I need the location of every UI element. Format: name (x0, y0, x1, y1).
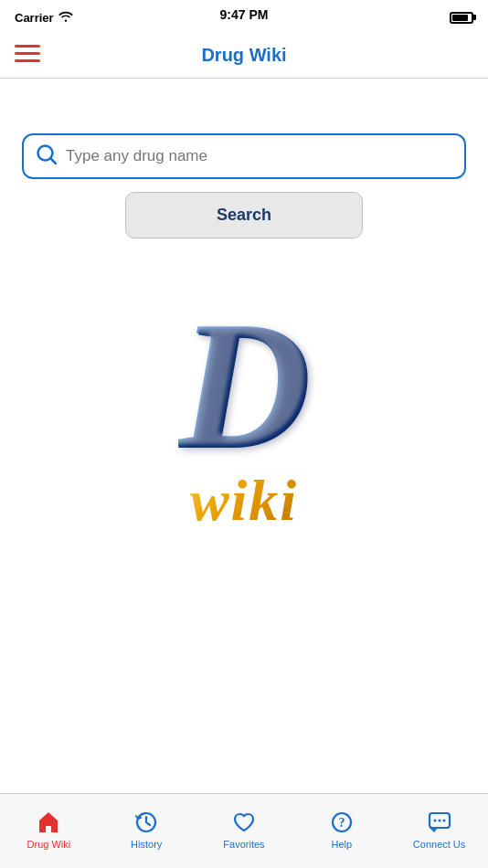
search-input-wrapper[interactable] (22, 133, 466, 179)
time-label: 9:47 PM (220, 7, 269, 22)
svg-point-11 (442, 819, 445, 821)
tab-drug-wiki-label: Drug Wiki (27, 839, 71, 850)
help-icon: ? (329, 810, 355, 835)
tab-history-label: History (131, 839, 162, 850)
tab-connect-us-label: Connect Us (413, 839, 465, 850)
svg-text:?: ? (338, 816, 345, 830)
tab-help[interactable]: ? Help (292, 810, 390, 850)
home-icon (36, 810, 61, 835)
chat-icon (427, 810, 452, 835)
carrier-label: Carrier (15, 11, 54, 25)
wifi-icon (58, 11, 73, 25)
svg-line-4 (51, 159, 57, 164)
heart-icon (231, 810, 257, 835)
menu-icon[interactable] (15, 45, 40, 67)
tab-drug-wiki[interactable]: Drug Wiki (0, 810, 98, 850)
logo-letter-d: D (178, 293, 310, 476)
main-content: Search D wiki (0, 79, 488, 553)
search-icon (37, 144, 57, 168)
search-area: Search (22, 133, 466, 238)
tab-bar: Drug Wiki History Favorites ? Help (0, 793, 488, 868)
svg-point-10 (438, 819, 440, 821)
svg-rect-2 (15, 59, 40, 62)
tab-connect-us[interactable]: Connect Us (390, 810, 488, 850)
battery-icon (450, 12, 473, 24)
top-nav: Drug Wiki (0, 33, 488, 79)
logo-word-wiki: wiki (190, 467, 298, 535)
history-icon (133, 810, 159, 835)
tab-favorites[interactable]: Favorites (196, 810, 293, 850)
svg-point-9 (433, 819, 436, 821)
status-bar: Carrier 9:47 PM (0, 0, 488, 33)
svg-rect-0 (15, 45, 40, 48)
tab-favorites-label: Favorites (223, 839, 264, 850)
search-input[interactable] (66, 147, 451, 165)
tab-help-label: Help (331, 839, 352, 850)
logo-area: D wiki (178, 293, 310, 535)
page-title: Drug Wiki (201, 45, 286, 66)
tab-history[interactable]: History (98, 810, 196, 850)
svg-rect-1 (15, 52, 40, 55)
search-button[interactable]: Search (125, 192, 363, 238)
